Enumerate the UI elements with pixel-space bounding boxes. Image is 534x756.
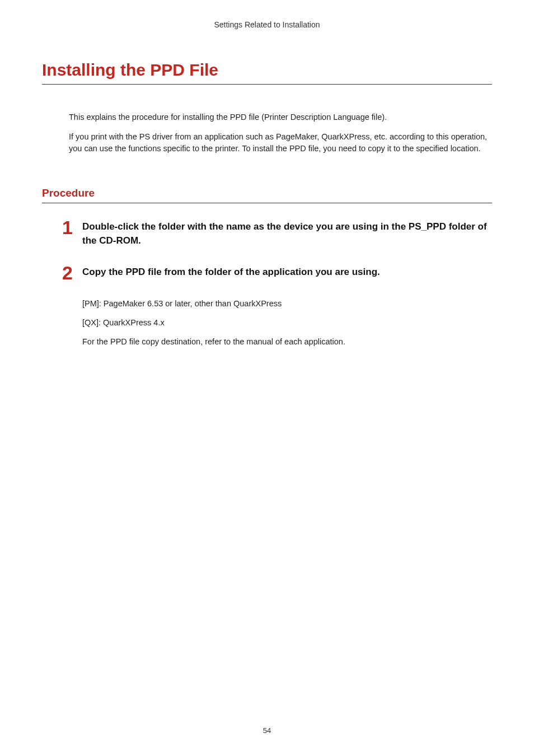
step-title-1: Double-click the folder with the name as… <box>82 220 492 248</box>
step-title-2: Copy the PPD file from the folder of the… <box>82 265 380 279</box>
procedure-heading: Procedure <box>42 187 492 203</box>
step-2: 2 Copy the PPD file from the folder of t… <box>62 265 492 282</box>
step-2-line-3: For the PPD file copy destination, refer… <box>82 336 492 348</box>
step-1: 1 Double-click the folder with the name … <box>62 220 492 248</box>
step-number-2: 2 <box>62 263 82 282</box>
step-2-line-1: [PM]: PageMaker 6.53 or later, other tha… <box>82 298 492 310</box>
step-2-body: [PM]: PageMaker 6.53 or later, other tha… <box>82 298 492 348</box>
step-2-line-2: [QX]: QuarkXPress 4.x <box>82 317 492 329</box>
intro-block: This explains the procedure for installi… <box>69 111 492 155</box>
page-title: Installing the PPD File <box>42 60 492 85</box>
page-content: Settings Related to Installation Install… <box>0 0 534 348</box>
page-number: 54 <box>0 726 534 735</box>
running-header: Settings Related to Installation <box>42 20 492 29</box>
step-number-1: 1 <box>62 218 82 237</box>
intro-paragraph-1: This explains the procedure for installi… <box>69 111 492 123</box>
intro-paragraph-2: If you print with the PS driver from an … <box>69 131 492 155</box>
